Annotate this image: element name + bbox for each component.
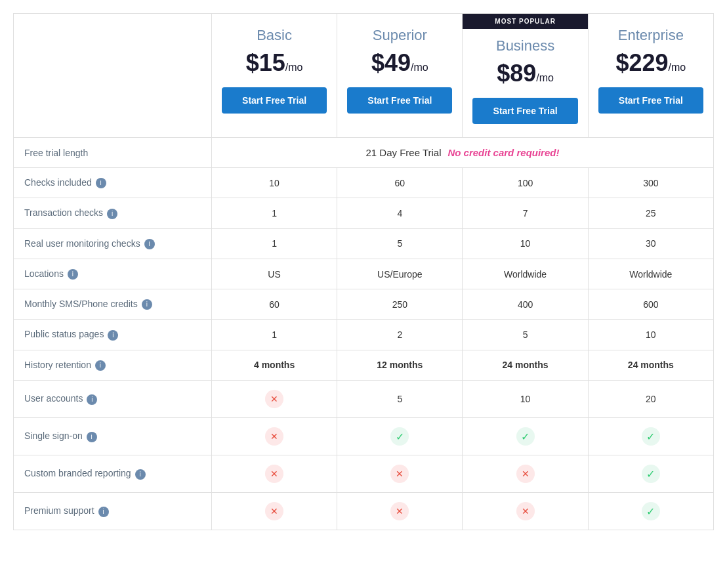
feature-row-4: Monthly SMS/Phone creditsi60250400600 <box>14 289 714 320</box>
feature-value-1-0: 1 <box>211 198 337 228</box>
plan-superior-trial-btn[interactable]: Start Free Trial <box>347 87 452 114</box>
feature-label-4: Monthly SMS/Phone creditsi <box>14 289 212 320</box>
feature-label-6: History retentioni <box>14 350 212 380</box>
feature-value-2-3: 30 <box>588 228 713 259</box>
feature-value-6-1: 12 months <box>337 350 463 380</box>
feature-value-9-2: ✕ <box>463 455 588 493</box>
info-icon-0[interactable]: i <box>96 178 106 188</box>
info-icon-5[interactable]: i <box>108 330 118 341</box>
cross-icon: ✕ <box>516 465 535 483</box>
plan-superior-period: /mo <box>411 62 428 73</box>
plan-business-amount: $89 <box>497 60 536 87</box>
feature-row-8: Single sign-oni✕✓✓✓ <box>14 418 714 455</box>
feature-row-6: History retentioni4 months12 months24 mo… <box>14 350 714 380</box>
feature-row-10: Premium supporti✕✕✕✓ <box>14 493 714 530</box>
feature-value-5-2: 5 <box>463 320 588 350</box>
feature-value-3-1: US/Europe <box>337 259 463 289</box>
cross-icon: ✕ <box>516 502 535 520</box>
info-icon-1[interactable]: i <box>107 209 117 219</box>
feature-value-6-2: 24 months <box>463 350 588 380</box>
cross-icon: ✕ <box>390 465 409 483</box>
check-icon: ✓ <box>516 427 535 446</box>
feature-value-1-3: 25 <box>588 198 713 228</box>
check-icon: ✓ <box>642 427 660 446</box>
plan-business-name: Business <box>472 37 577 54</box>
feature-value-0-3: 300 <box>588 168 713 198</box>
feature-value-5-1: 2 <box>337 320 463 350</box>
most-popular-badge: MOST POPULAR <box>463 14 587 29</box>
feature-value-6-0: 4 months <box>211 350 337 380</box>
plan-enterprise-trial-btn[interactable]: Start Free Trial <box>598 87 703 114</box>
feature-value-8-2: ✓ <box>463 418 588 455</box>
feature-label-10: Premium supporti <box>14 493 212 530</box>
feature-label-2: Real user monitoring checksi <box>14 228 212 259</box>
feature-row-9: Custom branded reportingi✕✕✕✓ <box>14 455 714 493</box>
cross-icon: ✕ <box>265 465 283 483</box>
plan-basic: Basic $15/mo Start Free Trial <box>211 14 337 138</box>
pricing-table: Basic $15/mo Start Free Trial Superior $… <box>13 13 714 530</box>
info-icon-9[interactable]: i <box>135 469 146 480</box>
check-icon: ✓ <box>642 502 660 520</box>
feature-value-3-0: US <box>211 259 337 289</box>
feature-label-7: User accountsi <box>14 381 212 418</box>
feature-label-5: Public status pagesi <box>14 320 212 350</box>
plan-enterprise: Enterprise $229/mo Start Free Trial <box>588 14 713 138</box>
cross-icon: ✕ <box>265 390 283 408</box>
feature-row-7: User accountsi✕51020 <box>14 381 714 418</box>
feature-value-8-3: ✓ <box>588 418 713 455</box>
feature-value-2-1: 5 <box>337 228 463 259</box>
feature-row-2: Real user monitoring checksi151030 <box>14 228 714 259</box>
plan-basic-name: Basic <box>222 27 327 44</box>
feature-value-7-0: ✕ <box>211 381 337 418</box>
feature-value-4-1: 250 <box>337 289 463 320</box>
feature-value-3-3: Worldwide <box>588 259 713 289</box>
feature-value-10-3: ✓ <box>588 493 713 530</box>
plan-business-trial-btn[interactable]: Start Free Trial <box>472 98 577 124</box>
feature-value-0-2: 100 <box>463 168 588 198</box>
feature-value-1-2: 7 <box>463 198 588 228</box>
check-icon: ✓ <box>642 465 660 483</box>
feature-value-2-2: 10 <box>463 228 588 259</box>
feature-value-5-0: 1 <box>211 320 337 350</box>
feature-value-9-0: ✕ <box>211 455 337 493</box>
feature-value-10-0: ✕ <box>211 493 337 530</box>
feature-value-7-2: 10 <box>463 381 588 418</box>
plan-enterprise-period: /mo <box>669 62 686 73</box>
plan-enterprise-price: $229/mo <box>598 49 703 77</box>
cross-icon: ✕ <box>390 502 409 520</box>
feature-row-0: Checks includedi1060100300 <box>14 168 714 198</box>
free-trial-label: Free trial length <box>14 138 212 168</box>
info-icon-4[interactable]: i <box>142 299 152 310</box>
plan-basic-period: /mo <box>285 62 303 73</box>
plan-header-row: Basic $15/mo Start Free Trial Superior $… <box>14 14 714 138</box>
info-icon-3[interactable]: i <box>68 269 78 280</box>
info-icon-2[interactable]: i <box>144 239 155 249</box>
plan-superior-amount: $49 <box>371 49 411 76</box>
free-trial-text: 21 Day Free Trial <box>365 147 441 158</box>
cross-icon: ✕ <box>265 427 283 446</box>
feature-row-1: Transaction checksi14725 <box>14 198 714 228</box>
feature-value-8-0: ✕ <box>211 418 337 455</box>
feature-value-0-1: 60 <box>337 168 463 198</box>
info-icon-10[interactable]: i <box>98 507 109 517</box>
feature-value-6-3: 24 months <box>588 350 713 380</box>
feature-value-5-3: 10 <box>588 320 713 350</box>
check-icon: ✓ <box>390 427 409 446</box>
plan-business: MOST POPULAR Business $89/mo Start Free … <box>463 14 588 138</box>
feature-value-10-2: ✕ <box>463 493 588 530</box>
plan-basic-trial-btn[interactable]: Start Free Trial <box>222 87 327 114</box>
cross-icon: ✕ <box>265 502 283 520</box>
no-credit-card-text: No credit card required! <box>447 147 559 158</box>
feature-row-3: LocationsiUSUS/EuropeWorldwideWorldwide <box>14 259 714 289</box>
info-icon-7[interactable]: i <box>87 394 97 405</box>
plan-enterprise-name: Enterprise <box>598 27 703 44</box>
plan-superior: Superior $49/mo Start Free Trial <box>337 14 463 138</box>
feature-value-7-3: 20 <box>588 381 713 418</box>
info-icon-8[interactable]: i <box>87 432 97 442</box>
feature-value-4-0: 60 <box>211 289 337 320</box>
plan-superior-price: $49/mo <box>347 49 452 77</box>
feature-value-8-1: ✓ <box>337 418 463 455</box>
feature-value-9-1: ✕ <box>337 455 463 493</box>
free-trial-value: 21 Day Free Trial No credit card require… <box>211 138 713 168</box>
info-icon-6[interactable]: i <box>95 360 106 371</box>
